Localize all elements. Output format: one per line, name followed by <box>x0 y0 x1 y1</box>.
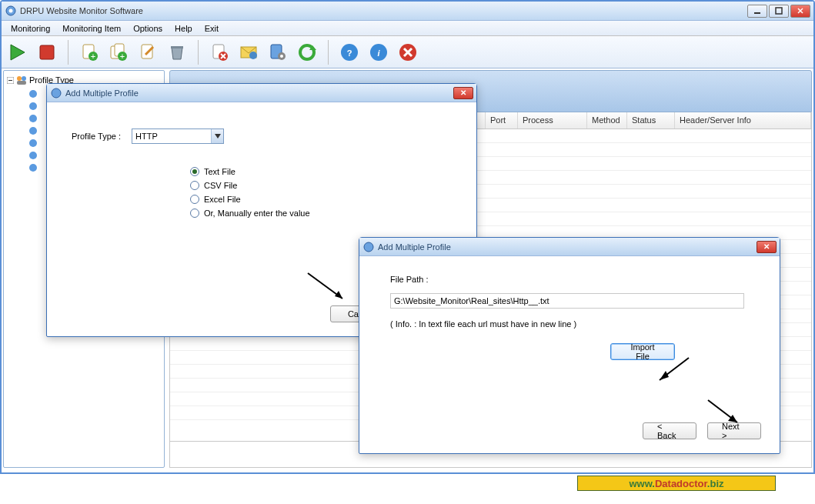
add-doc-icon[interactable]: + <box>78 41 101 64</box>
col-header-info[interactable]: Header/Server Info <box>675 112 811 129</box>
back-button[interactable]: < Back <box>643 422 696 439</box>
menu-exit[interactable]: Exit <box>199 22 225 35</box>
window-title: DRPU Website Monitor Software <box>20 6 747 15</box>
add-multi-icon[interactable]: + <box>107 41 130 64</box>
import-file-button[interactable]: Import File <box>610 343 675 360</box>
radio-label: Excel File <box>204 195 241 204</box>
dialog-add-profile-2: Add Multiple Profile ✕ File Path : ( Inf… <box>359 237 780 454</box>
delete-doc-icon[interactable] <box>208 41 231 64</box>
svg-point-42 <box>29 102 37 110</box>
svg-rect-3 <box>776 8 782 14</box>
svg-point-43 <box>29 115 37 122</box>
file-path-input[interactable] <box>390 293 744 309</box>
mail-icon[interactable] <box>237 41 260 64</box>
col-port[interactable]: Port <box>486 112 518 129</box>
radio-label: Or, Manually enter the value <box>204 209 310 218</box>
radio-label: Text File <box>204 167 235 176</box>
people-icon <box>15 74 28 86</box>
tree-expand-icon[interactable] <box>7 77 14 84</box>
svg-point-23 <box>249 52 257 59</box>
svg-point-48 <box>52 88 61 98</box>
svg-point-47 <box>29 164 37 172</box>
profile-type-label: Profile Type : <box>72 132 121 141</box>
menu-monitoring[interactable]: Monitoring <box>5 22 56 35</box>
svg-point-39 <box>22 76 26 81</box>
menu-monitoring-item[interactable]: Monitoring Item <box>56 22 127 35</box>
radio-icon <box>190 167 199 176</box>
svg-rect-40 <box>17 81 26 85</box>
radio-excel-file[interactable]: Excel File <box>190 195 464 204</box>
close-button[interactable] <box>790 5 810 18</box>
svg-point-45 <box>29 139 37 147</box>
window-controls <box>747 5 810 18</box>
menu-help[interactable]: Help <box>169 22 199 35</box>
dialog1-title: Add Multiple Profile <box>65 88 453 98</box>
refresh-icon[interactable] <box>296 41 319 64</box>
dialog2-body: File Path : ( Info. : In text file each … <box>359 256 780 379</box>
menu-options[interactable]: Options <box>127 22 169 35</box>
maximize-button[interactable] <box>769 5 789 18</box>
svg-point-26 <box>280 55 283 58</box>
file-path-label: File Path : <box>390 275 749 284</box>
svg-text:?: ? <box>347 48 352 58</box>
separator <box>198 40 199 65</box>
dialog1-close-button[interactable]: ✕ <box>453 87 473 99</box>
profile-type-value: HTTP <box>135 132 158 141</box>
dialog1-titlebar: Add Multiple Profile ✕ <box>47 84 476 102</box>
next-button[interactable]: Next > <box>707 422 761 439</box>
exit-icon[interactable] <box>396 41 419 64</box>
svg-rect-2 <box>754 12 760 14</box>
svg-point-46 <box>29 152 37 159</box>
radio-icon <box>190 195 199 204</box>
edit-doc-icon[interactable] <box>136 41 159 64</box>
radio-text-file[interactable]: Text File <box>190 167 464 176</box>
dialog1-body: Profile Type : HTTP Text File CSV File E… <box>47 102 476 235</box>
info-icon[interactable]: i <box>367 41 390 64</box>
col-method[interactable]: Method <box>587 112 627 129</box>
separator <box>68 40 68 65</box>
menubar: Monitoring Monitoring Item Options Help … <box>2 21 813 36</box>
svg-text:+: + <box>91 52 95 61</box>
radio-manual[interactable]: Or, Manually enter the value <box>190 209 464 218</box>
svg-rect-7 <box>40 45 54 59</box>
radio-label: CSV File <box>204 181 237 190</box>
trash-icon[interactable] <box>165 41 189 64</box>
settings-gear-icon[interactable] <box>266 41 289 64</box>
svg-point-44 <box>29 127 37 135</box>
profile-type-combo[interactable]: HTTP <box>132 129 224 144</box>
chevron-down-icon <box>211 129 223 143</box>
svg-text:+: + <box>120 52 125 61</box>
dialog2-title: Add Multiple Profile <box>378 242 757 252</box>
svg-rect-17 <box>171 46 183 48</box>
svg-point-38 <box>17 76 22 81</box>
col-status[interactable]: Status <box>627 112 675 129</box>
dialog-icon <box>50 87 62 99</box>
svg-point-50 <box>364 242 373 252</box>
toolbar: + + ? i <box>2 36 813 68</box>
app-icon <box>5 5 17 17</box>
radio-icon <box>190 209 199 218</box>
svg-marker-49 <box>215 134 221 139</box>
col-process[interactable]: Process <box>518 112 587 129</box>
separator <box>328 40 329 65</box>
svg-point-1 <box>9 9 13 13</box>
dialog-icon <box>362 241 375 253</box>
dialog2-close-button[interactable]: ✕ <box>757 241 777 253</box>
svg-point-41 <box>29 90 37 98</box>
help-icon[interactable]: ? <box>338 41 361 64</box>
radio-icon <box>190 181 199 190</box>
titlebar: DRPU Website Monitor Software <box>2 2 813 21</box>
dialog2-titlebar: Add Multiple Profile ✕ <box>359 238 780 256</box>
radio-csv-file[interactable]: CSV File <box>190 181 464 190</box>
footer-text: www.Datadoctor.biz <box>629 478 723 489</box>
minimize-button[interactable] <box>747 5 767 18</box>
svg-marker-6 <box>11 45 25 60</box>
info-text: ( Info. : In text file each url must hav… <box>390 319 749 329</box>
play-button[interactable] <box>6 41 29 64</box>
stop-button[interactable] <box>35 41 58 64</box>
footer-brand[interactable]: www.Datadoctor.biz <box>577 476 776 491</box>
